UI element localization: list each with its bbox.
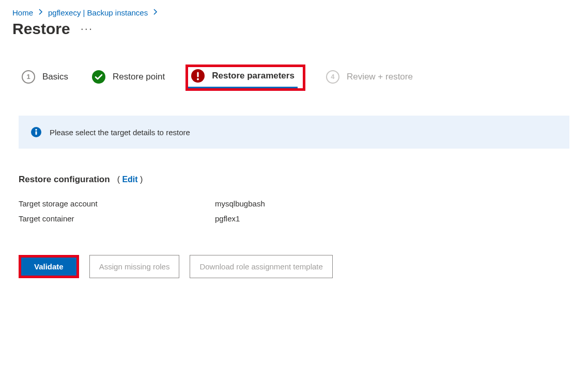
check-circle-icon <box>92 70 105 84</box>
config-value: mysqlbugbash <box>215 199 265 208</box>
config-label: Target container <box>19 214 215 223</box>
step-restore-parameters[interactable]: Restore parameters <box>188 67 298 88</box>
step-label: Restore point <box>113 72 165 82</box>
step-label: Basics <box>42 72 68 82</box>
section-title: Restore configuration <box>19 174 110 185</box>
chevron-right-icon <box>38 9 43 17</box>
step-label: Review + restore <box>347 72 413 82</box>
svg-point-0 <box>92 70 105 84</box>
step-number-icon: 4 <box>326 70 339 84</box>
page-title: Restore <box>12 20 70 38</box>
page-title-row: Restore ··· <box>0 17 588 50</box>
step-restore-point[interactable]: Restore point <box>89 68 168 88</box>
breadcrumb: Home pgflexecy | Backup instances <box>0 0 588 17</box>
download-role-template-button[interactable]: Download role assignment template <box>190 255 332 278</box>
wizard-steps: 1 Basics Restore point Restore parameter… <box>0 50 588 101</box>
highlight-box-validate: Validate <box>19 255 79 278</box>
step-basics[interactable]: 1 Basics <box>19 68 71 88</box>
chevron-right-icon <box>153 9 158 17</box>
edit-link[interactable]: Edit <box>122 175 137 184</box>
info-message-bar: Please select the target details to rest… <box>19 116 569 149</box>
config-label: Target storage account <box>19 199 215 208</box>
svg-point-5 <box>35 129 37 131</box>
edit-link-wrapper: ( Edit ) <box>117 175 143 184</box>
breadcrumb-instance[interactable]: pgflexecy | Backup instances <box>48 8 148 17</box>
restore-config-heading: Restore configuration ( Edit ) <box>0 149 588 189</box>
error-circle-icon <box>191 69 205 83</box>
restore-config-summary: Target storage account mysqlbugbash Targ… <box>0 189 588 226</box>
highlight-box-step: Restore parameters <box>185 65 305 91</box>
svg-point-3 <box>197 78 199 81</box>
assign-missing-roles-button[interactable]: Assign missing roles <box>89 255 180 278</box>
svg-rect-6 <box>36 131 37 135</box>
step-review-restore[interactable]: 4 Review + restore <box>323 68 416 88</box>
config-row-storage-account: Target storage account mysqlbugbash <box>19 196 569 211</box>
config-row-container: Target container pgflex1 <box>19 211 569 226</box>
step-label: Restore parameters <box>212 71 295 81</box>
info-message-text: Please select the target details to rest… <box>50 128 190 137</box>
validate-button[interactable]: Validate <box>21 258 76 276</box>
breadcrumb-home[interactable]: Home <box>12 8 33 17</box>
config-value: pgflex1 <box>215 214 240 223</box>
footer-actions: Validate Assign missing roles Download r… <box>0 226 588 294</box>
step-number-icon: 1 <box>22 70 35 84</box>
info-icon <box>31 127 41 137</box>
more-menu-button[interactable]: ··· <box>81 22 93 36</box>
svg-rect-2 <box>197 72 199 77</box>
